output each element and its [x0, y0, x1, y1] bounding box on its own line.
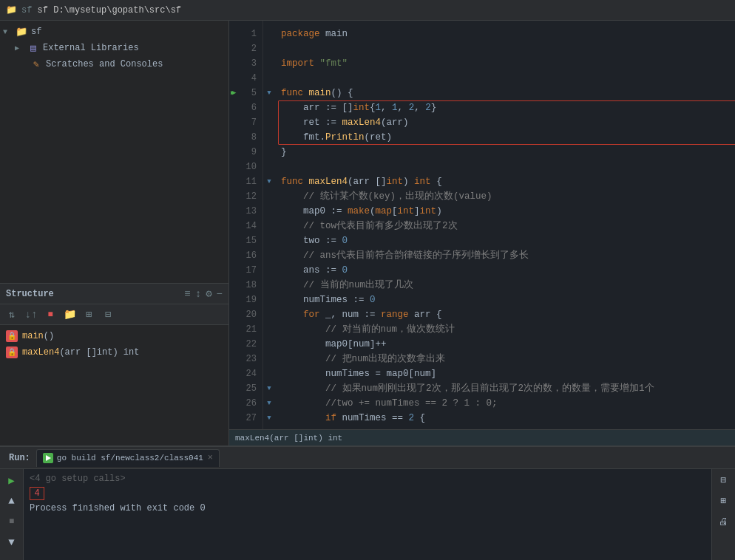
status-bar: maxLen4(arr []int) int [229, 429, 735, 445]
editor-area: 1 2 3 4 ▶ 5 6 7 8 9 10 11 12 13 14 15 16… [229, 21, 735, 445]
fold-25[interactable]: ▼ [263, 381, 275, 396]
code-lines: package main import "fmt" func main() { … [275, 21, 735, 429]
ln-3: 3 [229, 56, 262, 71]
code-line-20: for _, num := range arr { [281, 307, 735, 322]
run-stop-btn[interactable]: ■ [4, 513, 20, 530]
run-up-btn[interactable]: ▲ [4, 493, 20, 509]
ln-21: 21 [229, 322, 262, 337]
code-line-2 [281, 41, 735, 56]
code-line-7: ret := maxLen4(arr) [281, 115, 735, 130]
run-tab-close[interactable]: × [208, 453, 213, 463]
code-line-17: ans := 0 [281, 263, 735, 278]
run-tab[interactable]: go build sf/newclass2/class041 × [36, 449, 220, 467]
folder-icon: 📁 [6, 4, 17, 16]
code-container[interactable]: 1 2 3 4 ▶ 5 6 7 8 9 10 11 12 13 14 15 16… [229, 21, 735, 429]
code-line-25: // 如果num刚刚出现了2次，那么目前出现了2次的数，的数量，需要增加1个 [281, 381, 735, 396]
fold-27[interactable]: ▼ [263, 411, 275, 426]
code-line-23: // 把num出现的次数拿出来 [281, 352, 735, 366]
collapse-btn[interactable]: ⊟ [101, 307, 115, 322]
run-sidebar-btn-3[interactable]: 🖨 [716, 513, 732, 530]
ln-9: 9 [229, 145, 262, 160]
folder-icon: 📁 [15, 26, 28, 38]
ln-19: 19 [229, 293, 262, 307]
struct-func-main: main() [22, 331, 54, 341]
settings-icon[interactable]: ⚙ [206, 287, 211, 300]
code-line-6: arr := []int{1, 1, 2, 2} [281, 100, 735, 115]
top-bar-path: sf sf D:\mysetup\gopath\src\sf [21, 5, 181, 16]
run-panel: Run: go build sf/newclass2/class041 × ▶ … [0, 445, 735, 560]
svg-marker-0 [46, 455, 51, 461]
ln-7: 7 [229, 115, 262, 130]
code-line-22: map0[num]++ [281, 337, 735, 352]
folder-btn[interactable]: 📁 [62, 307, 77, 322]
struct-item-maxlen[interactable]: 🔒 maxLen4(arr []int) int [0, 344, 228, 361]
arrow-icon: ▶ [15, 44, 27, 52]
main-layout: ▼ 📁 sf ▶ ▤ External Libraries ▶ ✎ Scratc… [0, 21, 735, 445]
ln-27: 27 [229, 411, 262, 426]
fold-gutter: ▼ ▼ ▼ ▼ [263, 21, 275, 429]
status-text: maxLen4(arr []int) int [235, 434, 342, 443]
ln-18: 18 [229, 278, 262, 293]
sort-icon[interactable]: ≡ [184, 288, 190, 300]
sidebar-item-external-libs[interactable]: ▶ ▤ External Libraries [0, 40, 228, 56]
code-line-13: map0 := make(map[int]int) [281, 204, 735, 219]
structure-toolbar: ⇅ ↓↑ ■ 📁 ⊞ ⊟ [0, 304, 228, 325]
code-line-14: // tow代表目前有多少数出现了2次 [281, 219, 735, 233]
ln-22: 22 [229, 337, 262, 352]
sidebar-item-sf[interactable]: ▼ 📁 sf [0, 24, 228, 40]
structure-list: 🔒 main() 🔒 maxLen4(arr []int) int [0, 325, 228, 445]
ln-24: 24 [229, 366, 262, 381]
run-play-btn[interactable]: ▶ [4, 472, 20, 488]
sort2-icon[interactable]: ↕ [195, 288, 201, 300]
code-line-10 [281, 160, 735, 174]
ln-5: ▶ 5 [229, 86, 262, 100]
sort-alpha-btn[interactable]: ⇅ [4, 307, 19, 322]
ln-11: 11 [229, 174, 262, 189]
code-line-26: //two += numTimes == 2 ? 1 : 0; [281, 396, 735, 411]
code-line-11: func maxLen4(arr []int) int { [281, 174, 735, 189]
run-sidebar-btn-1[interactable]: ⊟ [716, 472, 732, 488]
code-line-27: if numTimes == 2 { [281, 411, 735, 426]
ln-16: 16 [229, 248, 262, 263]
run-down-btn[interactable]: ▼ [4, 534, 20, 550]
ln-12: 12 [229, 189, 262, 204]
tab-icon [43, 453, 53, 463]
run-tabs: Run: go build sf/newclass2/class041 × [0, 447, 735, 469]
run-tab-name: go build sf/newclass2/class041 [57, 454, 203, 462]
structure-actions: ≡ ↕ ⚙ − [184, 287, 223, 300]
code-line-4 [281, 71, 735, 86]
fold-26[interactable]: ▼ [263, 396, 275, 411]
sidebar-item-scratches[interactable]: ▶ ✎ Scratches and Consoles [0, 56, 228, 72]
fold-5[interactable]: ▼ [263, 86, 275, 100]
structure-panel: Structure ≡ ↕ ⚙ − ⇅ ↓↑ ■ 📁 ⊞ ⊟ 🔒 [0, 283, 228, 445]
fold-11[interactable]: ▼ [263, 174, 275, 189]
code-line-18: // 当前的num出现了几次 [281, 278, 735, 293]
run-output-number: 4 [30, 487, 705, 503]
minimize-icon[interactable]: − [217, 288, 223, 300]
run-setup-line: <4 go setup calls> [30, 474, 705, 484]
code-line-12: // 统计某个数(key)，出现的次数(value) [281, 189, 735, 204]
run-output: <4 go setup calls> 4 Process finished wi… [24, 469, 711, 560]
code-line-3: import "fmt" [281, 56, 735, 71]
run-right-sidebar: ⊟ ⊞ 🖨 [711, 469, 735, 560]
run-content: ▶ ▲ ■ ▼ <4 go setup calls> 4 Process fin… [0, 469, 735, 560]
structure-header: Structure ≡ ↕ ⚙ − [0, 284, 228, 304]
run-label: Run: [3, 453, 36, 463]
code-line-19: numTimes := 0 [281, 293, 735, 307]
sidebar-label-scratches: Scratches and Consoles [46, 59, 163, 69]
square-btn[interactable]: ■ [43, 307, 58, 322]
ln-20: 20 [229, 307, 262, 322]
code-line-21: // 对当前的num，做次数统计 [281, 322, 735, 337]
code-line-8: fmt.Println(ret) [281, 130, 735, 145]
run-sidebar-btn-2[interactable]: ⊞ [716, 493, 732, 509]
library-icon: ▤ [27, 42, 40, 54]
code-line-5: func main() { [281, 86, 735, 100]
ln-13: 13 [229, 204, 262, 219]
sidebar-tree: ▼ 📁 sf ▶ ▤ External Libraries ▶ ✎ Scratc… [0, 21, 228, 283]
code-line-9: } [281, 145, 735, 160]
ln-23: 23 [229, 352, 262, 366]
struct-item-main[interactable]: 🔒 main() [0, 328, 228, 344]
sort-visibility-btn[interactable]: ↓↑ [24, 307, 38, 322]
expand-btn[interactable]: ⊞ [81, 307, 96, 322]
ln-1: 1 [229, 27, 262, 41]
